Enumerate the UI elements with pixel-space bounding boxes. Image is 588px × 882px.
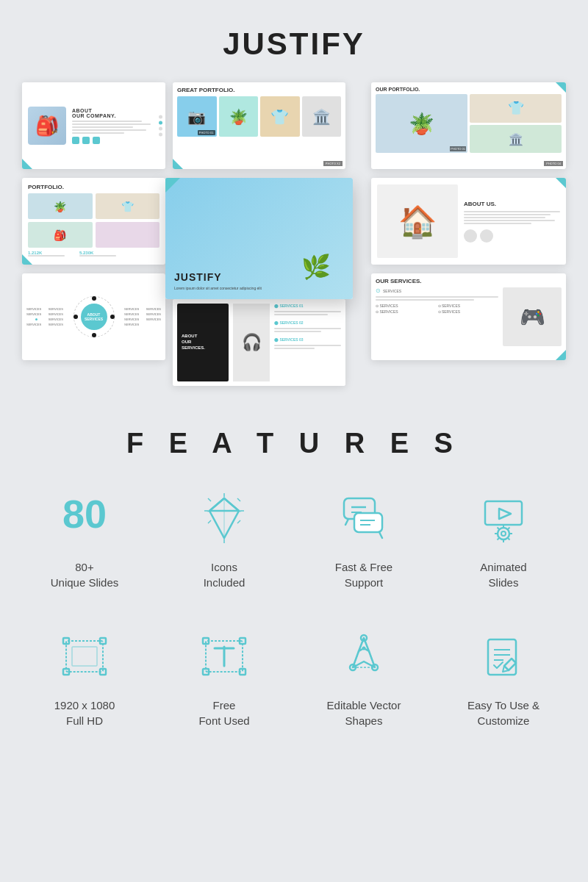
slides-count: 80 [62, 494, 107, 534]
svg-line-9 [237, 498, 240, 501]
slide-portfolio: PORTFOLIO. 🪴 👕 🎒 1.212K 5.230K [22, 178, 165, 265]
free-font-label: FreeFont Used [198, 698, 249, 728]
svg-line-26 [498, 528, 500, 530]
vector-shapes-label: Editable VectorShapes [327, 698, 401, 728]
feature-fast-support: Fast & FreeSupport [301, 489, 426, 590]
feature-animated-slides: AnimatedSlides [441, 489, 566, 590]
slide-about-services-circular: SERVICESSERVICES SERVICES SERVICESSERVIC… [22, 273, 165, 360]
feature-unique-slides: 80 80+Unique Slides [22, 489, 147, 590]
animated-slides-label: AnimatedSlides [480, 559, 526, 590]
svg-marker-19 [499, 509, 511, 519]
support-icon [334, 489, 393, 548]
svg-rect-18 [485, 501, 522, 525]
svg-line-28 [508, 528, 510, 530]
unique-slides-label: 80+Unique Slides [51, 559, 119, 590]
svg-line-27 [508, 538, 510, 540]
features-grid: 80 80+Unique Slides [22, 489, 566, 728]
slide-about-us: 🏠 ABOUT US. [371, 178, 566, 265]
number-80-icon: 80 [55, 489, 114, 548]
slides-preview: ABOUTOUR COMPANY. [22, 82, 566, 398]
svg-rect-15 [354, 513, 382, 532]
diamond-icon [195, 489, 254, 548]
icons-included-label: IconsIncluded [204, 559, 245, 590]
features-section: F E A T U R E S 80 80+Unique Slides [22, 428, 566, 728]
svg-rect-41 [240, 669, 245, 675]
feature-free-font: FreeFont Used [162, 627, 287, 728]
customize-icon [474, 627, 533, 686]
feature-icons-included: IconsIncluded [162, 489, 287, 590]
svg-point-50 [362, 647, 366, 650]
easy-customize-label: Easy To Use &Customize [467, 698, 539, 728]
fullhd-label: 1920 x 1080Full HD [54, 698, 115, 728]
slide-about-company: ABOUTOUR COMPANY. [22, 82, 165, 169]
page-title: JUSTIFY [223, 26, 365, 62]
svg-point-21 [501, 531, 506, 536]
font-icon [195, 627, 254, 686]
vector-icon [334, 627, 393, 686]
fullhd-icon [55, 627, 114, 686]
animated-icon [474, 489, 533, 548]
slide-great-portfolio: GREAT PORTFOLIO. 📷 PHOTO 01 🪴 👕 🏛️ PHOTO… [173, 82, 345, 169]
feature-full-hd: 1920 x 1080Full HD [22, 627, 147, 728]
svg-rect-51 [488, 639, 516, 675]
about-img [28, 107, 66, 145]
slide-about-our-services: ABOUTOURSERVICES. 🎧 ⬤ SERVICES 01 ⬤ SERV… [173, 299, 345, 386]
svg-line-11 [237, 520, 240, 523]
slide-our-services: OUR SERVICES. ⊙ SERVICES ⊙ SERVICES ⊙ SE… [371, 273, 566, 360]
svg-point-20 [498, 528, 509, 539]
svg-rect-35 [100, 669, 106, 675]
svg-line-10 [208, 520, 211, 523]
feature-vector-shapes: Editable VectorShapes [301, 627, 426, 728]
svg-line-29 [498, 538, 500, 540]
about-company-label: ABOUTOUR COMPANY. [72, 108, 159, 118]
slide-our-portfolio: OUR PORTFOLIO. 🪴 PHOTO 01 👕 🏛️ PHOTO 04 [371, 82, 566, 169]
fast-support-label: Fast & FreeSupport [335, 559, 392, 590]
slide-justify-hero: 🌿 JUSTIFY Lorem ipsum dolor sit amet con… [165, 178, 353, 299]
feature-easy-customize: Easy To Use &Customize [441, 627, 566, 728]
features-title: F E A T U R E S [22, 428, 566, 459]
svg-line-8 [208, 498, 211, 501]
svg-rect-36 [72, 647, 97, 666]
